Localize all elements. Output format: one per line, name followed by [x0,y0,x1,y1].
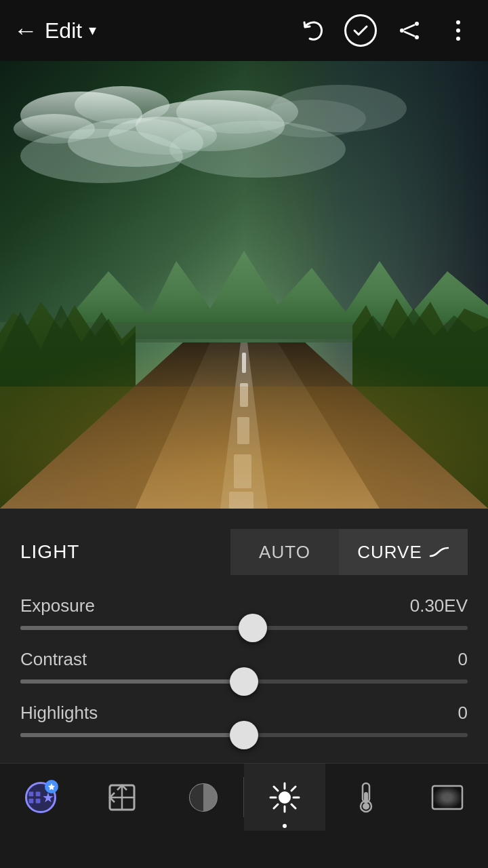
image-preview [0,61,488,509]
svg-point-7 [456,37,460,41]
highlights-track[interactable] [20,733,468,737]
svg-marker-38 [48,783,55,790]
svg-line-3 [404,25,415,30]
svg-line-54 [291,787,296,791]
nav-vignette[interactable] [407,764,488,831]
svg-rect-42 [36,798,41,803]
contrast-label: Contrast [20,649,87,670]
controls-area: LIGHT AUTO CURVE Exposure 0.30EV Contras… [0,509,488,763]
nav-temperature[interactable] [325,764,407,831]
svg-point-1 [415,22,419,26]
highlights-label: Highlights [20,703,98,724]
nav-light[interactable] [244,764,325,831]
nav-blend[interactable] [163,764,244,831]
svg-rect-58 [364,792,368,803]
svg-rect-41 [28,798,33,803]
exposure-fill [20,626,253,630]
auto-button[interactable]: AUTO [230,529,339,575]
svg-line-55 [274,804,278,808]
film-reel-icon [25,782,56,813]
highlights-thumb[interactable] [230,721,258,749]
more-button[interactable] [442,14,474,47]
transform-svg [106,782,138,813]
svg-line-52 [274,787,278,791]
svg-rect-37 [0,387,488,509]
top-bar-right [296,14,474,47]
star-badge [45,780,58,793]
svg-point-59 [363,803,369,810]
exposure-label-row: Exposure 0.30EV [20,595,468,616]
share-button[interactable] [393,14,426,47]
svg-line-4 [404,32,415,37]
top-bar: ← Edit ▾ [0,0,488,61]
svg-point-5 [456,20,460,24]
contrast-fill [20,679,244,684]
blend-svg [188,782,219,813]
nav-active-dot [283,824,287,828]
presets-icon [24,781,58,814]
contrast-slider-row: Contrast 0 [20,649,468,684]
svg-point-20 [169,121,346,178]
exposure-thumb[interactable] [239,614,267,642]
contrast-thumb[interactable] [230,667,258,696]
edit-title: Edit [45,18,82,43]
vignette-icon [430,781,464,814]
svg-rect-40 [36,791,41,796]
section-title: LIGHT [20,541,230,563]
back-button[interactable]: ← [14,16,38,45]
nav-transform[interactable] [81,764,163,831]
exposure-value: 0.30EV [410,595,468,616]
bottom-nav [0,763,488,831]
exposure-slider-row: Exposure 0.30EV [20,595,468,630]
blend-icon [186,781,220,814]
svg-point-0 [400,28,404,33]
svg-line-53 [291,804,296,808]
section-header: LIGHT AUTO CURVE [20,529,468,575]
vignette-svg [431,785,464,810]
thermometer-svg [354,782,378,813]
edit-dropdown-arrow[interactable]: ▾ [89,22,96,39]
top-bar-left: ← Edit ▾ [14,16,285,45]
grid-pattern [27,789,42,806]
exposure-track[interactable] [20,626,468,630]
svg-rect-60 [432,786,462,809]
contrast-track[interactable] [20,679,468,684]
temperature-icon [349,781,383,814]
curve-label: CURVE [357,542,422,563]
highlights-slider-row: Highlights 0 [20,703,468,737]
svg-point-6 [456,28,460,33]
highlights-fill [20,733,244,737]
exposure-label: Exposure [20,595,95,616]
transform-icon [105,781,139,814]
svg-point-2 [415,35,419,39]
svg-rect-39 [28,791,33,796]
undo-button[interactable] [296,14,328,47]
light-icon [268,781,302,814]
curve-button[interactable]: CURVE [339,529,468,575]
sun-svg [269,782,300,813]
scene-svg [0,61,488,509]
highlights-value: 0 [458,703,468,724]
nav-presets[interactable] [0,764,81,831]
contrast-value: 0 [458,649,468,670]
confirm-button[interactable] [344,14,377,47]
curve-icon [429,545,449,559]
svg-point-47 [279,791,291,804]
